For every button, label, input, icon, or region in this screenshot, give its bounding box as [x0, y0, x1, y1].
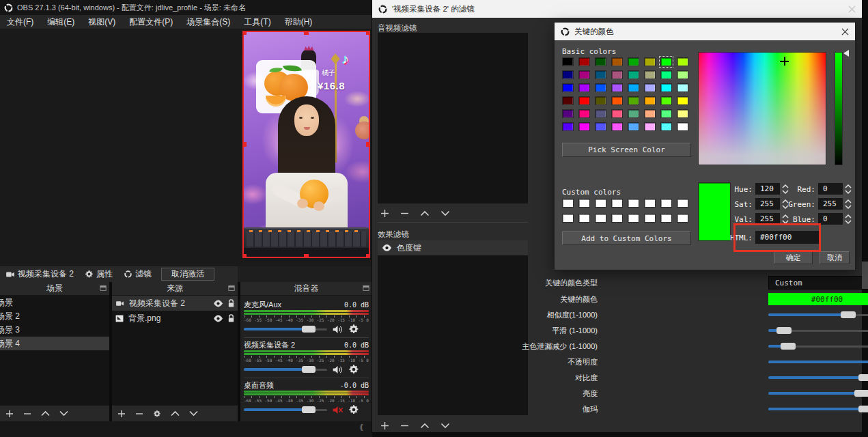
color-cursor-cross[interactable]	[780, 57, 789, 66]
menu-item[interactable]: 配置文件(P)	[122, 15, 180, 29]
resize-handle[interactable]	[366, 142, 370, 147]
move-source-up-button[interactable]	[171, 410, 180, 417]
scene-row[interactable]: 场景	[0, 296, 109, 309]
audio-filters-list[interactable]	[378, 33, 528, 203]
property-slider[interactable]	[768, 310, 868, 320]
basic-color-swatch[interactable]	[660, 122, 672, 131]
filters-dialog-titlebar[interactable]: '视频采集设备 2' 的滤镜	[372, 0, 862, 18]
basic-color-swatch[interactable]	[595, 83, 606, 92]
basic-color-swatch[interactable]	[578, 83, 590, 92]
basic-color-swatch[interactable]	[660, 57, 672, 66]
mute-speaker-icon[interactable]	[332, 365, 344, 375]
basic-color-swatch[interactable]	[628, 122, 639, 131]
property-slider[interactable]	[768, 373, 868, 382]
basic-color-swatch[interactable]	[595, 122, 606, 131]
source-row[interactable]: 背景.png	[112, 311, 238, 326]
remove-source-button[interactable]	[135, 410, 143, 418]
remove-filter-button[interactable]	[400, 421, 409, 430]
move-filter-up-button[interactable]	[420, 423, 430, 429]
cancel-button[interactable]: 取消	[820, 251, 850, 264]
basic-color-swatch[interactable]	[611, 96, 623, 105]
menu-item[interactable]: 工具(T)	[237, 15, 277, 29]
hue-saturation-field[interactable]	[698, 52, 826, 165]
visibility-eye-icon[interactable]	[382, 244, 392, 252]
properties-button[interactable]: 属性	[79, 266, 118, 282]
hue-spinbox[interactable]: 120	[755, 183, 780, 195]
basic-color-swatch[interactable]	[595, 57, 606, 66]
basic-color-swatch[interactable]	[562, 96, 574, 105]
visibility-eye-icon[interactable]	[213, 300, 223, 307]
resize-handle[interactable]	[242, 142, 247, 147]
visibility-eye-icon[interactable]	[213, 315, 223, 322]
channel-settings-gear-icon[interactable]	[348, 404, 359, 415]
basic-color-swatch[interactable]	[644, 109, 656, 118]
panel-menu-icon[interactable]	[100, 285, 107, 292]
basic-color-swatch[interactable]	[644, 83, 656, 92]
basic-color-swatch[interactable]	[611, 83, 623, 92]
panel-menu-icon[interactable]	[363, 285, 369, 292]
menu-item[interactable]: 文件(F)	[0, 15, 40, 29]
basic-color-swatch[interactable]	[677, 109, 688, 118]
move-source-down-button[interactable]	[189, 410, 198, 417]
remove-scene-button[interactable]	[23, 410, 31, 418]
basic-color-swatch[interactable]	[611, 57, 623, 66]
video-preview-source[interactable]: ♪ 橘子 ¥16.8	[242, 31, 370, 258]
lock-icon[interactable]	[227, 314, 235, 323]
add-scene-button[interactable]	[5, 410, 14, 418]
add-filter-button[interactable]	[380, 421, 389, 430]
move-scene-up-button[interactable]	[41, 410, 50, 417]
property-slider[interactable]	[768, 389, 868, 398]
spinbox-arrows[interactable]	[845, 184, 852, 194]
move-filter-up-button[interactable]	[420, 210, 430, 216]
basic-color-swatch[interactable]	[562, 83, 574, 92]
resize-handle[interactable]	[366, 31, 370, 35]
scene-row[interactable]: 场景 3	[0, 323, 109, 337]
move-scene-down-button[interactable]	[59, 410, 68, 417]
resize-handle[interactable]	[242, 31, 247, 35]
source-properties-gear-icon[interactable]	[153, 410, 161, 418]
basic-color-swatch[interactable]	[595, 109, 606, 118]
resize-handle[interactable]	[304, 254, 309, 258]
basic-color-swatch[interactable]	[628, 109, 639, 118]
source-row[interactable]: 视频采集设备 2	[112, 296, 238, 311]
basic-color-swatch[interactable]	[628, 96, 639, 105]
ok-button[interactable]: 确定	[774, 251, 813, 264]
filter-row-chroma-key[interactable]: 色度键	[378, 240, 528, 255]
mute-speaker-icon[interactable]	[332, 324, 344, 335]
move-filter-down-button[interactable]	[440, 423, 450, 429]
filters-button[interactable]: 滤镜	[118, 266, 157, 282]
basic-color-swatch[interactable]	[660, 109, 672, 118]
basic-color-swatch[interactable]	[628, 83, 639, 92]
property-slider[interactable]	[768, 326, 868, 335]
basic-color-swatch[interactable]	[644, 70, 656, 79]
property-slider[interactable]	[768, 341, 868, 351]
basic-color-swatch[interactable]	[578, 109, 590, 118]
basic-color-swatch[interactable]	[628, 57, 639, 66]
basic-color-swatch[interactable]	[660, 70, 672, 79]
menu-item[interactable]: 场景集合(S)	[180, 15, 237, 29]
add-source-button[interactable]	[117, 410, 126, 418]
basic-color-swatch[interactable]	[677, 70, 688, 79]
basic-color-swatch[interactable]	[562, 122, 574, 131]
key-color-type-dropdown[interactable]: Custom	[768, 276, 868, 290]
property-slider[interactable]	[768, 404, 868, 414]
basic-color-swatch[interactable]	[578, 96, 590, 105]
resize-handle[interactable]	[304, 31, 309, 35]
basic-color-swatch[interactable]	[562, 109, 574, 118]
basic-color-swatch[interactable]	[660, 96, 672, 105]
menu-item[interactable]: 编辑(E)	[40, 15, 81, 29]
basic-color-swatch[interactable]	[644, 96, 656, 105]
key-color-swatch-button[interactable]: #00ff00	[768, 293, 868, 305]
basic-color-swatch[interactable]	[578, 122, 590, 131]
scene-row[interactable]: 场景 2	[0, 309, 109, 323]
lock-icon[interactable]	[227, 299, 235, 308]
spinbox-arrows[interactable]	[845, 214, 852, 224]
red-spinbox[interactable]: 0	[818, 183, 843, 195]
volume-slider[interactable]	[244, 366, 327, 373]
basic-color-swatch[interactable]	[677, 96, 688, 105]
basic-color-swatch[interactable]	[644, 122, 656, 131]
basic-color-swatch[interactable]	[644, 57, 656, 66]
sat-spinbox[interactable]: 255	[755, 198, 780, 210]
volume-slider[interactable]	[244, 406, 327, 413]
basic-color-swatch[interactable]	[578, 70, 590, 79]
